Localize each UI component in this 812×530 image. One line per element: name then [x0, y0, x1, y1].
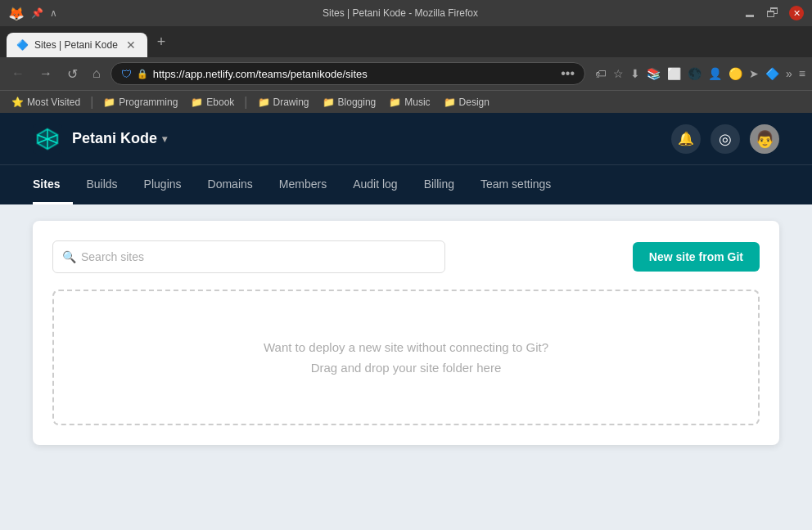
bookmark-music[interactable]: 📁 Music: [384, 95, 435, 110]
url-text: https://app.netlify.com/teams/petanikode…: [153, 68, 557, 80]
bookmark-star-icon: ⭐: [11, 97, 24, 108]
profile-icon[interactable]: 👤: [708, 67, 722, 80]
active-tab[interactable]: 🔷 Sites | Petani Kode ✕: [7, 33, 147, 57]
address-icons: 🏷 ☆ ⬇ 📚 ⬜ 🌑 👤 🟡 ➤ 🔷 » ≡: [595, 67, 805, 80]
restore-icon[interactable]: 🗗: [766, 6, 779, 20]
window-chevron-icon: ∧: [50, 7, 57, 19]
search-wrapper: 🔍: [52, 240, 445, 273]
bookmark-ebook[interactable]: 📁 Ebook: [186, 95, 239, 110]
nav-tab-team-settings[interactable]: Team settings: [467, 166, 564, 204]
avatar-image: 👨: [755, 129, 775, 149]
tab-close-button[interactable]: ✕: [124, 38, 138, 52]
bookmarks-icon[interactable]: 📚: [647, 67, 661, 80]
bell-icon: 🔔: [678, 131, 694, 146]
folder-icon: 📁: [323, 97, 335, 108]
back-button[interactable]: ←: [7, 63, 29, 84]
window-title: Sites | Petani Kode - Mozilla Firefox: [57, 7, 743, 19]
menu-icon[interactable]: ≡: [799, 67, 805, 80]
sync-icon[interactable]: 🟡: [729, 67, 742, 80]
nav-tab-sites[interactable]: Sites: [33, 166, 73, 204]
reader-icon[interactable]: ⬜: [667, 67, 681, 80]
folder-icon: 📁: [389, 97, 401, 108]
address-bar: ← → ↺ ⌂ 🛡 🔒 https://app.netlify.com/team…: [0, 57, 812, 90]
shield-icon: 🛡: [121, 68, 132, 80]
title-bar-left: 🦊 📌 ∧: [8, 6, 57, 21]
more-button[interactable]: •••: [561, 66, 575, 81]
search-input[interactable]: [52, 240, 445, 273]
user-avatar[interactable]: 👨: [750, 124, 779, 154]
help-icon: ◎: [719, 130, 732, 148]
sites-toolbar: 🔍 New site from Git: [52, 240, 760, 273]
bookmark-divider: |: [90, 95, 93, 110]
close-icon[interactable]: ✕: [789, 6, 804, 20]
team-name-display[interactable]: Petani Kode ▾: [72, 130, 167, 147]
drop-zone-line2: Drag and drop your site folder here: [70, 361, 742, 375]
help-button[interactable]: ◎: [710, 124, 740, 154]
folder-icon: 📁: [444, 97, 456, 108]
bookmark-label: Music: [404, 97, 430, 108]
bookmark-blogging[interactable]: 📁 Blogging: [318, 95, 381, 110]
bookmark-label: Drawing: [273, 97, 309, 108]
star-icon[interactable]: ☆: [613, 67, 624, 80]
app-container: Petani Kode ▾ 🔔 ◎ 👨 Sites Builds Plugins…: [0, 113, 812, 530]
pocket-icon[interactable]: 🏷: [595, 67, 607, 80]
window-pin-icon: 📌: [31, 7, 43, 19]
bookmark-most-visited[interactable]: ⭐ Most Visited: [7, 95, 85, 110]
bookmark-design[interactable]: 📁 Design: [439, 95, 494, 110]
bookmark-label: Ebook: [206, 97, 234, 108]
netlify-logo-icon: [33, 124, 62, 154]
drop-zone[interactable]: Want to deploy a new site without connec…: [52, 290, 760, 425]
bookmark-label: Most Visited: [27, 97, 80, 108]
nav-tab-billing[interactable]: Billing: [411, 166, 467, 204]
minimize-icon[interactable]: 🗕: [743, 6, 756, 20]
team-name-text: Petani Kode: [72, 130, 157, 147]
new-tab-button[interactable]: +: [151, 30, 173, 54]
app-header: Petani Kode ▾ 🔔 ◎ 👨: [0, 113, 812, 165]
bookmark-label: Design: [459, 97, 489, 108]
folder-icon: 📁: [258, 97, 270, 108]
tab-title: Sites | Petani Kode: [34, 39, 118, 51]
notifications-button[interactable]: 🔔: [671, 124, 701, 154]
firefox-icon: 🦊: [8, 6, 25, 21]
nav-tab-audit-log[interactable]: Audit log: [340, 166, 410, 204]
address-input[interactable]: 🛡 🔒 https://app.netlify.com/teams/petani…: [111, 62, 585, 85]
tracking-icon[interactable]: 🌑: [688, 67, 701, 80]
drop-zone-line1: Want to deploy a new site without connec…: [70, 340, 742, 354]
team-dropdown-icon: ▾: [162, 133, 167, 145]
forward-button[interactable]: →: [34, 63, 57, 84]
nav-tab-members[interactable]: Members: [266, 166, 340, 204]
download-icon[interactable]: ⬇: [630, 67, 640, 80]
tab-bar: 🔷 Sites | Petani Kode ✕ +: [0, 26, 812, 57]
search-icon: 🔍: [62, 250, 76, 263]
home-button[interactable]: ⌂: [88, 63, 106, 84]
extension-icon[interactable]: 🔷: [765, 67, 779, 80]
bookmark-drawing[interactable]: 📁 Drawing: [253, 95, 314, 110]
title-bar: 🦊 📌 ∧ Sites | Petani Kode - Mozilla Fire…: [0, 0, 812, 26]
folder-icon: 📁: [191, 97, 203, 108]
bookmark-divider-2: |: [244, 95, 247, 110]
bookmark-label: Programming: [119, 97, 178, 108]
folder-icon: 📁: [103, 97, 115, 108]
bookmark-programming[interactable]: 📁 Programming: [98, 95, 183, 110]
title-bar-controls: 🗕 🗗 ✕: [743, 6, 804, 20]
sites-card: 🔍 New site from Git Want to deploy a new…: [33, 221, 779, 445]
more-tools-icon[interactable]: »: [786, 67, 792, 80]
header-actions: 🔔 ◎ 👨: [671, 124, 779, 154]
reload-button[interactable]: ↺: [62, 63, 83, 85]
tab-favicon: 🔷: [16, 39, 28, 51]
lock-icon: 🔒: [137, 69, 148, 79]
new-site-from-git-button[interactable]: New site from Git: [633, 242, 760, 272]
nav-tab-plugins[interactable]: Plugins: [131, 166, 195, 204]
bookmark-label: Blogging: [338, 97, 377, 108]
nav-tab-domains[interactable]: Domains: [195, 166, 266, 204]
nav-tab-builds[interactable]: Builds: [73, 166, 130, 204]
bookmarks-bar: ⭐ Most Visited | 📁 Programming 📁 Ebook |…: [0, 90, 812, 113]
app-nav: Sites Builds Plugins Domains Members Aud…: [0, 165, 812, 204]
main-content: 🔍 New site from Git Want to deploy a new…: [0, 204, 812, 530]
arrow-icon[interactable]: ➤: [749, 67, 759, 80]
app-logo: Petani Kode ▾: [33, 124, 167, 154]
